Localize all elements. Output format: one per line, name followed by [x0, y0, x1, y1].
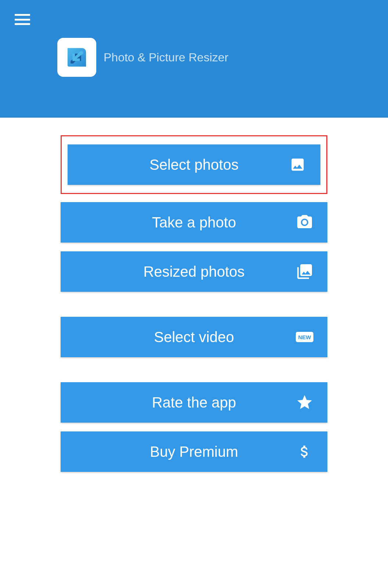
select-video-button[interactable]: Select video NEW	[61, 317, 327, 357]
button-label: Rate the app	[152, 394, 236, 411]
camera-icon	[296, 214, 313, 231]
buy-premium-button[interactable]: Buy Premium	[61, 431, 327, 472]
select-photos-button[interactable]: Select photos	[68, 144, 320, 185]
app-title: Photo & Picture Resizer	[104, 51, 229, 64]
gallery-icon	[296, 263, 313, 280]
button-label: Buy Premium	[150, 444, 238, 460]
new-badge-icon: NEW	[296, 328, 313, 346]
image-icon	[289, 156, 306, 173]
main-content: Select photos Take a photo Resized photo…	[0, 118, 388, 481]
svg-text:NEW: NEW	[298, 334, 312, 340]
app-info: Photo & Picture Resizer	[57, 38, 229, 77]
dollar-icon	[296, 443, 313, 460]
button-label: Resized photos	[143, 263, 245, 280]
star-icon	[296, 394, 313, 411]
button-label: Select photos	[150, 157, 238, 173]
highlight-box: Select photos	[61, 135, 327, 194]
hamburger-menu-button[interactable]	[15, 14, 30, 25]
app-logo-icon	[57, 38, 96, 77]
rate-app-button[interactable]: Rate the app	[61, 382, 327, 423]
button-label: Select video	[154, 329, 234, 345]
resized-photos-button[interactable]: Resized photos	[61, 251, 327, 292]
button-label: Take a photo	[152, 214, 236, 231]
app-header: Photo & Picture Resizer	[0, 0, 388, 118]
take-photo-button[interactable]: Take a photo	[61, 202, 327, 243]
